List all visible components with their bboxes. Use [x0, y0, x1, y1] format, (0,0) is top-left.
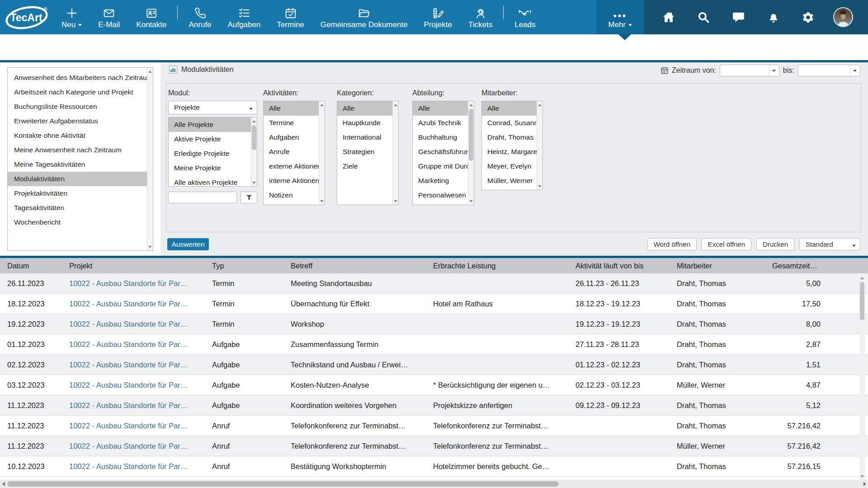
settings-button[interactable] [798, 7, 818, 27]
cell-projekt-link[interactable]: 10022 - Ausbau Standorte für Par… [69, 294, 212, 314]
table-row[interactable]: 02.12.2023 10022 - Ausbau Standorte für … [0, 355, 868, 375]
list-scrollbar[interactable] [251, 117, 257, 186]
column-header-projekt[interactable]: Projekt [69, 262, 212, 270]
list-scrollbar[interactable] [537, 101, 542, 190]
list-option[interactable]: Marketing [413, 174, 468, 188]
cell-projekt-link[interactable]: 10022 - Ausbau Standorte für Par… [69, 273, 212, 293]
excel-open-button[interactable]: Excel öffnen [702, 238, 751, 250]
nav-item-aufgaben[interactable]: Aufgaben [220, 0, 269, 34]
print-button[interactable]: Drucken [756, 238, 794, 250]
list-option[interactable]: Notizen [264, 188, 319, 202]
scroll-up-icon[interactable] [537, 102, 542, 108]
scroll-down-icon[interactable] [393, 198, 398, 204]
sidebar-item[interactable]: Projektaktivitäten [8, 186, 147, 201]
list-option[interactable]: Azubi Technik [413, 116, 468, 130]
cell-projekt-link[interactable]: 10022 - Ausbau Standorte für Par… [69, 436, 212, 456]
table-row[interactable]: 26.11.2023 10022 - Ausbau Standorte für … [0, 273, 868, 294]
modul-listbox[interactable]: Alle ProjekteAktive ProjekteErledigte Pr… [168, 117, 257, 187]
table-row[interactable]: 18.12.2023 10022 - Ausbau Standorte für … [0, 294, 868, 314]
nav-item-kontakte[interactable]: Kontakte [128, 0, 175, 34]
sidebar-item[interactable]: Erweiterter Aufgabenstatus [8, 114, 147, 128]
sidebar-item[interactable]: Anwesenheit des Mitarbeiters nach Zeitra… [8, 70, 147, 85]
list-option[interactable]: Alle [337, 101, 392, 116]
format-select[interactable]: Standard [799, 238, 860, 250]
cell-projekt-link[interactable]: 10022 - Ausbau Standorte für Par… [69, 314, 212, 334]
chat-button[interactable] [728, 7, 748, 27]
dropdown-button[interactable] [850, 65, 860, 76]
scroll-up-icon[interactable] [147, 68, 153, 75]
scroll-up-icon[interactable] [319, 102, 325, 108]
scroll-up-icon[interactable] [251, 118, 257, 124]
table-row[interactable]: 11.12.2023 10022 - Ausbau Standorte für … [0, 395, 868, 416]
sidebar-item[interactable]: Arbeitszeit nach Kategorie und Projekt [8, 85, 147, 99]
list-option[interactable]: Müller, Werner [482, 174, 537, 188]
table-horizontal-scrollbar[interactable] [0, 480, 868, 488]
table-row[interactable]: 11.12.2023 10022 - Ausbau Standorte für … [0, 416, 868, 436]
sidebar-item[interactable]: Kontakte ohne Aktivität [8, 128, 147, 143]
scroll-right-icon[interactable] [861, 480, 868, 488]
tecart-logo[interactable]: TecArt ® [0, 0, 53, 34]
aktivitaeten-listbox[interactable]: AlleTermineAufgabenAnrufeexterne Aktione… [263, 101, 325, 205]
list-scrollbar[interactable] [468, 101, 474, 205]
scroll-thumb[interactable] [469, 109, 473, 161]
mitarbeiter-listbox[interactable]: AlleConrad, SusanneDraht, ThomasHeintz, … [481, 101, 543, 190]
list-option[interactable]: Ziele [337, 159, 392, 174]
list-option[interactable]: externe Aktionen [264, 159, 319, 174]
scroll-up-icon[interactable] [393, 102, 398, 108]
cell-projekt-link[interactable]: 10022 - Ausbau Standorte für Par… [69, 416, 212, 436]
cell-projekt-link[interactable]: 10022 - Ausbau Standorte für Par… [69, 456, 212, 476]
column-header-mitarbeiter[interactable]: Mitarbeiter [677, 262, 772, 270]
list-option[interactable]: Geschäftsführung [413, 145, 468, 159]
column-header-gesamtzeit[interactable]: Gesamtzeit… [772, 262, 868, 270]
list-scrollbar[interactable] [319, 101, 325, 205]
list-option[interactable]: Conrad, Susanne [482, 116, 537, 130]
cell-projekt-link[interactable]: 10022 - Ausbau Standorte für Par… [69, 375, 212, 395]
nav-item-email[interactable]: E-Mail [90, 0, 128, 34]
scroll-up-icon[interactable] [468, 102, 474, 108]
nav-item-anrufe[interactable]: Anrufe [180, 0, 219, 34]
column-header-typ[interactable]: Typ [212, 262, 291, 270]
column-header-zeitraum[interactable]: Aktivität läuft von bis [576, 262, 677, 270]
sidebar-item[interactable]: Modulaktivitäten [8, 172, 147, 186]
scroll-down-icon[interactable] [251, 179, 257, 186]
scroll-thumb[interactable] [7, 481, 559, 487]
list-option[interactable]: Aufgaben [264, 130, 319, 145]
nav-item-leads[interactable]: Leads [506, 0, 543, 34]
list-option[interactable]: Meyer, Evelyn [482, 159, 537, 174]
nav-item-projekte[interactable]: Projekte [416, 0, 460, 34]
notifications-button[interactable] [764, 7, 783, 27]
scroll-thumb[interactable] [252, 125, 256, 150]
list-option[interactable]: International [337, 130, 392, 145]
dropdown-button[interactable] [769, 65, 779, 76]
nav-item-tickets[interactable]: Tickets [460, 0, 500, 34]
table-row[interactable]: 10.12.2023 10022 - Ausbau Standorte für … [0, 456, 868, 477]
sidebar-item[interactable]: Buchungsliste Ressourcen [8, 99, 147, 114]
list-scrollbar[interactable] [392, 101, 398, 205]
list-option[interactable]: Gruppe mit Durch [413, 159, 468, 174]
modul-search-input[interactable] [168, 192, 237, 203]
table-row[interactable]: 11.12.2023 10022 - Ausbau Standorte für … [0, 436, 868, 456]
sidebar-item[interactable]: Wochenbericht [8, 215, 147, 230]
list-option[interactable]: Termine [264, 116, 319, 130]
scroll-left-icon[interactable] [0, 480, 7, 488]
zeitraum-bis-input[interactable] [798, 65, 860, 76]
cell-projekt-link[interactable]: 10022 - Ausbau Standorte für Par… [69, 395, 212, 415]
scroll-down-icon[interactable] [319, 198, 325, 204]
table-vertical-scrollbar[interactable] [859, 274, 865, 480]
list-option[interactable]: Draht, Thomas [482, 130, 537, 145]
scroll-down-icon[interactable] [537, 183, 542, 189]
list-option[interactable]: Alle Projekte [169, 117, 251, 132]
sidebar-scrollbar[interactable] [147, 68, 153, 250]
kategorien-listbox[interactable]: AlleHauptkundeInternationalStrategienZie… [337, 101, 399, 205]
nav-item-mehr[interactable]: ••• Mehr [596, 0, 644, 34]
table-row[interactable]: 19.12.2023 10022 - Ausbau Standorte für … [0, 314, 868, 334]
list-option[interactable]: Aktive Projekte [169, 132, 251, 146]
zeitraum-von-input[interactable] [720, 65, 779, 76]
user-avatar[interactable] [833, 7, 853, 27]
cell-projekt-link[interactable]: 10022 - Ausbau Standorte für Par… [69, 334, 212, 354]
list-option[interactable]: Alle [264, 101, 319, 116]
nav-item-termine[interactable]: Termine [269, 0, 312, 34]
sidebar-item[interactable]: Meine Anwesenheit nach Zeitraum [8, 143, 147, 157]
list-option[interactable]: Hauptkunde [337, 116, 392, 130]
filter-button[interactable] [241, 192, 257, 203]
